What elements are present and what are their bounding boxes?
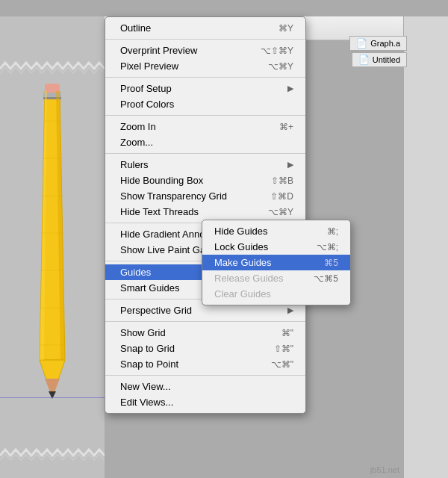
menu-item-label: Proof Colors [120,99,174,110]
menu-item-label: Smart Guides [120,282,179,294]
submenu-arrow: ▶ [287,160,293,170]
menu-item-label: Hide Bounding Box [120,175,203,186]
menu-item-overprint[interactable]: Overprint Preview ⌥⇧⌘Y [105,43,305,58]
untitled-tab[interactable]: 📄 Untitled [352,52,407,67]
menu-shortcut: ⌥⇧⌘Y [261,46,293,56]
menu-item-label: Edit Views... [120,397,173,408]
menu-item-zoom-in[interactable]: Zoom In ⌘+ [105,119,305,134]
menu-item-proof-setup[interactable]: Proof Setup ▶ [105,81,305,96]
menu-item-zoom[interactable]: Zoom... [105,134,305,150]
menu-shortcut: ⌘+ [279,122,293,132]
submenu-item-lock-guides[interactable]: Lock Guides ⌥⌘; [202,239,350,255]
submenu-item-clear-guides: Clear Guides [202,286,350,302]
submenu-arrow: ▶ [287,305,293,315]
separator [105,77,305,78]
submenu-arrow: ▶ [287,84,293,93]
zigzag-bottom [0,448,105,463]
menu-item-label: Hide Text Threads [120,206,199,217]
menu-item-label: Lock Guides [214,241,268,252]
menu-item-label: Show Transparency Grid [120,190,227,202]
menu-item-snap-point[interactable]: Snap to Point ⌥⌘" [105,356,305,372]
view-menu: Outline ⌘Y Overprint Preview ⌥⇧⌘Y Pixel … [105,16,306,414]
menu-item-label: Clear Guides [214,288,271,299]
graph-icon: 📄 [356,38,367,49]
submenu-item-hide-guides[interactable]: Hide Guides ⌘; [202,223,350,239]
menu-item-label: Overprint Preview [120,45,197,56]
menu-item-label: Perspective Grid [120,305,192,316]
submenu-item-release-guides: Release Guides ⌥⌘5 [202,270,350,286]
separator [105,115,305,116]
menu-shortcut: ⌥⌘Y [268,61,293,72]
right-panel [403,16,448,478]
submenu-item-make-guides[interactable]: Make Guides ⌘5 [202,255,350,270]
menu-item-transparency-grid[interactable]: Show Transparency Grid ⇧⌘D [105,188,305,204]
menu-item-label: Hide Guides [214,226,268,237]
menu-item-label: Rulers [120,159,149,170]
menu-shortcut: ⇧⌘D [270,191,293,202]
separator [105,375,305,376]
menu-item-label: Make Guides [214,257,272,268]
menu-item-label: Zoom In [120,121,156,132]
menu-item-label: Snap to Grid [120,343,175,354]
menu-shortcut: ⌥⌘Y [268,207,293,217]
menu-shortcut: ⌘" [281,328,293,338]
menu-item-show-grid[interactable]: Show Grid ⌘" [105,325,305,341]
menu-shortcut: ⌘5 [324,258,338,268]
separator [105,39,305,40]
menu-item-label: Zoom... [120,137,153,148]
untitled-tab-label: Untitled [373,55,400,64]
menu-item-outline[interactable]: Outline ⌘Y [105,20,305,36]
watermark: jb51.net [370,465,399,474]
untitled-icon: 📄 [358,55,370,65]
canvas-area [0,16,105,478]
menu-shortcut: ⇧⌘B [271,176,293,186]
separator [105,153,305,154]
menu-item-label: Snap to Point [120,358,178,370]
menu-shortcut: ⇧⌘" [274,344,293,354]
graph-tab[interactable]: 📄 Graph.a [349,36,407,51]
menu-shortcut: ⌥⌘; [317,242,338,252]
menu-item-label: Guides [120,267,151,278]
zigzag-top [0,61,105,76]
graph-tab-label: Graph.a [370,39,400,48]
menu-item-label: Show Grid [120,327,166,338]
menu-item-new-view[interactable]: New View... [105,379,305,394]
menu-item-edit-views[interactable]: Edit Views... [105,394,305,410]
menu-shortcut: ⌥⌘" [271,359,293,370]
menu-shortcut: ⌘Y [279,23,293,34]
menu-item-text-threads[interactable]: Hide Text Threads ⌥⌘Y [105,204,305,220]
separator [105,321,305,322]
guide-line [0,397,105,398]
menu-item-snap-grid[interactable]: Snap to Grid ⇧⌘" [105,341,305,356]
menu-item-pixel[interactable]: Pixel Preview ⌥⌘Y [105,58,305,74]
menu-item-label: Proof Setup [120,83,172,94]
menu-item-label: New View... [120,381,171,392]
guides-submenu: Hide Guides ⌘; Lock Guides ⌥⌘; Make Guid… [202,220,351,305]
menu-item-label: Pixel Preview [120,60,178,72]
menu-item-rulers[interactable]: Rulers ▶ [105,157,305,173]
menu-item-label: Release Guides [214,273,284,284]
menu-item-bounding-box[interactable]: Hide Bounding Box ⇧⌘B [105,173,305,188]
menu-shortcut: ⌥⌘5 [314,273,338,284]
menu-item-label: Outline [120,22,151,34]
pencil-icon [19,84,86,405]
menu-item-proof-colors[interactable]: Proof Colors [105,96,305,112]
menu-shortcut: ⌘; [327,226,338,237]
